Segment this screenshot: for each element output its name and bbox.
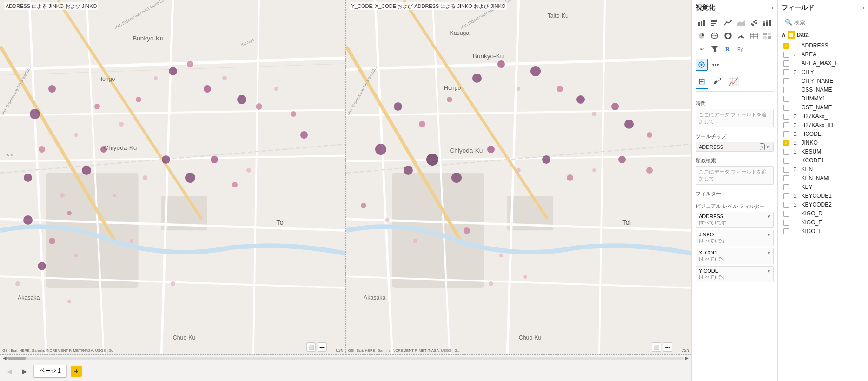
field-item[interactable]: ΣKBSUM bbox=[782, 147, 864, 156]
field-item[interactable]: KIGO_I bbox=[782, 227, 864, 235]
field-item[interactable]: KCODE1 bbox=[782, 156, 864, 165]
field-item[interactable]: AREA_MAX_F bbox=[782, 59, 864, 67]
field-checkbox[interactable] bbox=[783, 228, 789, 234]
field-checkbox[interactable] bbox=[783, 202, 789, 208]
field-item[interactable]: ΣH27KAxx_ID bbox=[782, 121, 864, 129]
filter-chip[interactable]: Y CODE ∨ (すべて) です bbox=[696, 266, 774, 282]
nav-prev-btn[interactable]: ◀ bbox=[4, 366, 15, 377]
field-item[interactable]: ΣCITY bbox=[782, 68, 864, 76]
field-checkbox[interactable] bbox=[783, 114, 789, 120]
add-page-btn[interactable]: + bbox=[71, 366, 82, 377]
viz-icon-r[interactable]: R bbox=[722, 43, 734, 55]
viz-icon-map[interactable] bbox=[709, 30, 721, 42]
viz-icon-bar[interactable] bbox=[696, 17, 708, 29]
tooltip-field-remove[interactable]: ✕ bbox=[766, 143, 770, 150]
filter-chip[interactable]: X_CODE ∨ (すべて) です bbox=[696, 248, 774, 264]
field-checkbox[interactable] bbox=[783, 175, 789, 181]
viz-icon-table[interactable] bbox=[748, 30, 760, 42]
field-item[interactable]: KEY bbox=[782, 183, 864, 191]
field-item[interactable]: ΣHCODE bbox=[782, 130, 864, 138]
field-item[interactable]: GST_NAME bbox=[782, 103, 864, 112]
map-expand-btn-2[interactable]: ⬜ bbox=[652, 342, 661, 352]
fields-panel-collapse-btn[interactable]: › bbox=[862, 5, 864, 11]
viz-icon-matrix[interactable] bbox=[761, 30, 773, 42]
field-item[interactable]: ΣKEYCODE1 bbox=[782, 192, 864, 200]
map-panel-2[interactable]: Y_CODE, X_CODE および ADDRESS による JINKO および… bbox=[346, 0, 692, 355]
field-item[interactable]: ΣAREA bbox=[782, 50, 864, 59]
viz-panel-collapse-btn[interactable]: › bbox=[772, 5, 774, 11]
scrollbar-thumb[interactable] bbox=[7, 357, 26, 360]
viz-icon-geo-active[interactable] bbox=[696, 59, 708, 71]
field-checkbox[interactable] bbox=[783, 87, 789, 93]
field-checkbox[interactable] bbox=[783, 131, 789, 137]
viz-icon-gauge[interactable] bbox=[735, 30, 747, 42]
field-checkbox[interactable]: ✓ bbox=[783, 140, 789, 146]
viz-icon-py[interactable]: Py bbox=[735, 43, 747, 55]
field-checkbox[interactable] bbox=[783, 78, 789, 84]
viz-icon-stacked[interactable] bbox=[761, 17, 773, 29]
viz-icon-column[interactable] bbox=[709, 17, 721, 29]
field-item[interactable]: KIGO_D bbox=[782, 209, 864, 218]
field-checkbox[interactable] bbox=[783, 69, 789, 75]
search-input[interactable] bbox=[794, 19, 864, 26]
field-item[interactable]: ✓ΣJINKO bbox=[782, 139, 864, 147]
tooltip-field-caret[interactable]: ∨ bbox=[760, 143, 765, 150]
field-checkbox[interactable] bbox=[783, 122, 789, 128]
ruiji-drop[interactable]: ここにデータ フィールドを追加して... bbox=[696, 166, 774, 185]
filter-chip[interactable]: JINKO ∨ (すべて) です bbox=[696, 230, 774, 246]
scroll-right-arrow[interactable]: ▶ bbox=[684, 355, 689, 361]
field-item[interactable]: ✓ADDRESS bbox=[782, 41, 864, 50]
viz-icon-pie[interactable] bbox=[696, 30, 708, 42]
h-scrollbar[interactable]: ◀ ▶ bbox=[0, 355, 691, 361]
field-checkbox[interactable] bbox=[783, 96, 789, 102]
viz-icon-donut[interactable] bbox=[722, 30, 734, 42]
tooltip-field-chip[interactable]: ADDRESS ∨ ✕ bbox=[696, 142, 774, 152]
field-checkbox[interactable] bbox=[783, 193, 789, 199]
field-checkbox[interactable] bbox=[783, 184, 789, 190]
filter-chip-sub: (すべて) です bbox=[699, 274, 770, 281]
field-checkbox[interactable] bbox=[783, 105, 789, 111]
data-source-header[interactable]: ∧ ▦ Data bbox=[782, 31, 864, 39]
field-checkbox[interactable] bbox=[783, 211, 789, 217]
filter-chip-expand-icon[interactable]: ∨ bbox=[767, 232, 770, 237]
viz-icon-area[interactable] bbox=[735, 17, 747, 29]
field-item[interactable]: ΣH27KAxx_ bbox=[782, 112, 864, 120]
field-checkbox[interactable] bbox=[783, 52, 789, 58]
field-checkbox[interactable] bbox=[783, 167, 789, 173]
field-item[interactable]: CSS_NAME bbox=[782, 86, 864, 94]
field-item[interactable]: KIGO_E bbox=[782, 218, 864, 227]
field-item[interactable]: CITY_NAME bbox=[782, 77, 864, 85]
filter-chip-expand-icon[interactable]: ∨ bbox=[767, 268, 770, 274]
build-tab[interactable]: ⊞ bbox=[696, 74, 708, 89]
analytics-tab[interactable]: 📈 bbox=[726, 74, 742, 89]
filter-chip[interactable]: ADDRESS ∨ (すべて) です bbox=[696, 212, 774, 228]
filter-chip-expand-icon[interactable]: ∨ bbox=[767, 214, 770, 219]
nav-next-btn[interactable]: ▶ bbox=[19, 366, 30, 377]
filter-chip-expand-icon[interactable]: ∨ bbox=[767, 250, 770, 255]
field-checkbox[interactable] bbox=[783, 149, 789, 155]
scroll-left-arrow[interactable]: ◀ bbox=[2, 355, 7, 361]
viz-icon-funnel[interactable] bbox=[709, 43, 721, 55]
scrollbar-track[interactable] bbox=[7, 357, 684, 360]
field-checkbox[interactable] bbox=[783, 60, 789, 67]
viz-icon-scatter[interactable] bbox=[748, 17, 760, 29]
field-checkbox[interactable]: ✓ bbox=[783, 43, 789, 49]
field-checkbox[interactable] bbox=[783, 220, 789, 226]
search-box[interactable]: 🔍 bbox=[782, 17, 864, 27]
viz-icon-card[interactable]: 42 bbox=[696, 43, 708, 55]
jikan-drop[interactable]: ここにデータ フィールドを追加して... bbox=[696, 109, 774, 127]
field-checkbox[interactable] bbox=[783, 158, 789, 164]
field-item[interactable]: ΣKEYCODE2 bbox=[782, 201, 864, 209]
svg-rect-52 bbox=[701, 21, 702, 26]
field-item[interactable]: ΣKEN bbox=[782, 165, 864, 174]
field-item[interactable]: DUMMY1 bbox=[782, 94, 864, 103]
map-expand-btn-1[interactable]: ⬜ bbox=[306, 342, 316, 352]
viz-more-btn[interactable]: ••• bbox=[709, 59, 722, 71]
page-tab-1[interactable]: ページ 1 bbox=[33, 365, 67, 378]
field-item[interactable]: KEN_NAME bbox=[782, 174, 864, 182]
map-more-btn-1[interactable]: ••• bbox=[318, 342, 327, 352]
viz-icon-line[interactable] bbox=[722, 17, 734, 29]
format-tab[interactable]: 🖌 bbox=[710, 74, 724, 89]
map-more-btn-2[interactable]: ••• bbox=[663, 342, 672, 352]
map-panel-1[interactable]: ADDRESS による JINKO および JINKO bbox=[0, 0, 346, 355]
